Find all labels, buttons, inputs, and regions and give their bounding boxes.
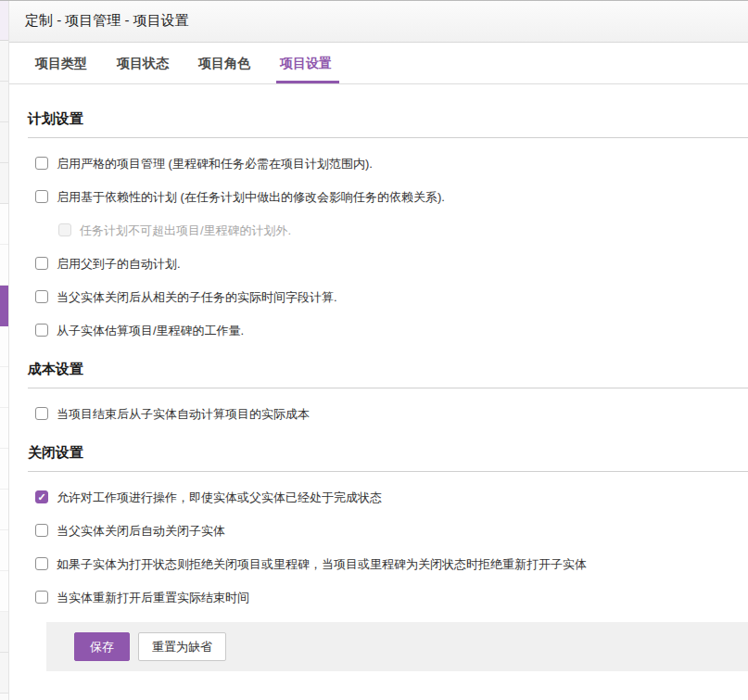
checkbox-unchecked-icon[interactable] <box>35 257 48 270</box>
sidebar-item-edge[interactable] <box>0 82 8 122</box>
sidebar-item-edge[interactable] <box>0 326 8 367</box>
sidebar-item-edge[interactable] <box>0 653 8 694</box>
sidebar-item-edge[interactable] <box>0 530 8 571</box>
checkbox-unchecked-icon[interactable] <box>35 324 48 337</box>
checkbox-unchecked-icon[interactable] <box>35 407 48 420</box>
checkbox-disabled-icon <box>58 223 71 236</box>
option-label: 任务计划不可超出项目/里程碑的计划外. <box>80 223 291 238</box>
option-auto-calc-actual-cost[interactable]: 当项目结束后从子实体自动计算项目的实际成本 <box>35 406 748 422</box>
sidebar-item-edge[interactable] <box>0 204 8 245</box>
option-dependency-based-planning[interactable]: 启用基于依赖性的计划 (在任务计划中做出的修改会影响任务的依赖关系). <box>35 189 748 205</box>
settings-content: 计划设置 启用严格的项目管理 (里程碑和任务必需在项目计划范围内). 启用基于依… <box>9 84 748 671</box>
option-label: 启用基于依赖性的计划 (在任务计划中做出的修改会影响任务的依赖关系). <box>57 189 445 205</box>
action-bar: 保存 重置为缺省 <box>46 622 748 671</box>
settings-panel: 定制 - 项目管理 - 项目设置 项目类型 项目状态 项目角色 项目设置 计划设… <box>9 0 748 671</box>
option-allow-workitem-ops-when-done[interactable]: ✓ 允许对工作项进行操作，即使实体或父实体已经处于完成状态 <box>35 490 748 505</box>
checkbox-unchecked-icon[interactable] <box>35 591 48 604</box>
option-reset-actual-end-on-reopen[interactable]: 当实体重新打开后重置实际结束时间 <box>35 590 748 605</box>
section-divider <box>28 137 748 138</box>
option-auto-close-children[interactable]: 当父实体关闭后自动关闭子实体 <box>35 523 748 539</box>
sidebar-item-edge[interactable] <box>0 41 8 82</box>
sidebar-item-edge[interactable] <box>0 449 8 490</box>
checkbox-unchecked-icon[interactable] <box>35 557 48 570</box>
plan-settings-group: 启用严格的项目管理 (里程碑和任务必需在项目计划范围内). 启用基于依赖性的计划… <box>28 156 748 338</box>
sidebar-edge <box>0 0 9 700</box>
tab-label: 项目角色 <box>198 56 250 70</box>
option-label: 启用严格的项目管理 (里程碑和任务必需在项目计划范围内). <box>57 156 373 172</box>
option-estimate-effort-from-children[interactable]: 从子实体估算项目/里程碑的工作量. <box>35 323 748 338</box>
option-parent-to-child-auto-plan[interactable]: 启用父到子的自动计划. <box>35 256 748 272</box>
option-label: 当实体重新打开后重置实际结束时间 <box>57 590 249 605</box>
checkbox-checked-icon[interactable]: ✓ <box>35 490 48 503</box>
option-label: 启用父到子的自动计划. <box>57 256 181 272</box>
option-label: 从子实体估算项目/里程碑的工作量. <box>57 323 244 338</box>
tab-project-status[interactable]: 项目状态 <box>115 43 171 83</box>
checkbox-unchecked-icon[interactable] <box>35 157 48 170</box>
checkbox-unchecked-icon[interactable] <box>35 524 48 537</box>
sidebar-item-edge[interactable] <box>0 0 8 41</box>
reset-to-default-button[interactable]: 重置为缺省 <box>138 632 226 661</box>
sidebar-item-edge[interactable] <box>0 163 8 204</box>
tab-label: 项目类型 <box>35 56 87 70</box>
tab-project-settings[interactable]: 项目设置 <box>278 43 334 83</box>
cost-settings-group: 当项目结束后从子实体自动计算项目的实际成本 <box>28 406 748 422</box>
save-button[interactable]: 保存 <box>74 632 130 661</box>
option-label: 如果子实体为打开状态则拒绝关闭项目或里程碑，当项目或里程碑为关闭状态时拒绝重新打… <box>57 556 587 572</box>
section-title-cost: 成本设置 <box>28 361 748 377</box>
tab-project-role[interactable]: 项目角色 <box>197 43 252 83</box>
sidebar-item-edge[interactable] <box>0 245 8 286</box>
option-refuse-close-or-reopen[interactable]: 如果子实体为打开状态则拒绝关闭项目或里程碑，当项目或里程碑为关闭状态时拒绝重新打… <box>35 556 748 572</box>
close-settings-group: ✓ 允许对工作项进行操作，即使实体或父实体已经处于完成状态 当父实体关闭后自动关… <box>28 490 748 605</box>
sidebar-item-edge[interactable] <box>0 490 8 530</box>
page-header: 定制 - 项目管理 - 项目设置 <box>9 0 748 43</box>
option-task-plan-within-milestone: 任务计划不可超出项目/里程碑的计划外. <box>58 223 748 238</box>
sidebar-item-edge[interactable] <box>0 612 8 653</box>
checkbox-unchecked-icon[interactable] <box>35 290 48 303</box>
section-divider <box>28 388 748 388</box>
section-title-close: 关闭设置 <box>28 444 748 461</box>
window-top-border <box>0 0 748 1</box>
tab-label: 项目设置 <box>280 56 332 70</box>
option-label: 允许对工作项进行操作，即使实体或父实体已经处于完成状态 <box>57 490 382 505</box>
option-label: 当父实体关闭后自动关闭子实体 <box>57 523 225 539</box>
sidebar-item-edge-active[interactable] <box>0 286 8 326</box>
page-title: 定制 - 项目管理 - 项目设置 <box>25 12 189 30</box>
section-title-plan: 计划设置 <box>28 110 748 127</box>
tab-label: 项目状态 <box>117 56 169 70</box>
option-label: 当项目结束后从子实体自动计算项目的实际成本 <box>57 406 310 422</box>
sidebar-item-edge[interactable] <box>0 408 8 449</box>
tab-bar: 项目类型 项目状态 项目角色 项目设置 <box>9 43 748 84</box>
checkbox-unchecked-icon[interactable] <box>35 190 48 203</box>
option-strict-project-management[interactable]: 启用严格的项目管理 (里程碑和任务必需在项目计划范围内). <box>35 156 748 172</box>
sidebar-item-edge[interactable] <box>0 367 8 408</box>
section-divider <box>28 471 748 472</box>
option-actual-time-from-subtasks[interactable]: 当父实体关闭后从相关的子任务的实际时间字段计算. <box>35 289 748 305</box>
option-label: 当父实体关闭后从相关的子任务的实际时间字段计算. <box>57 289 337 305</box>
sidebar-item-edge[interactable] <box>0 571 8 612</box>
tab-project-type[interactable]: 项目类型 <box>33 43 89 83</box>
sidebar-item-edge[interactable] <box>0 122 8 163</box>
